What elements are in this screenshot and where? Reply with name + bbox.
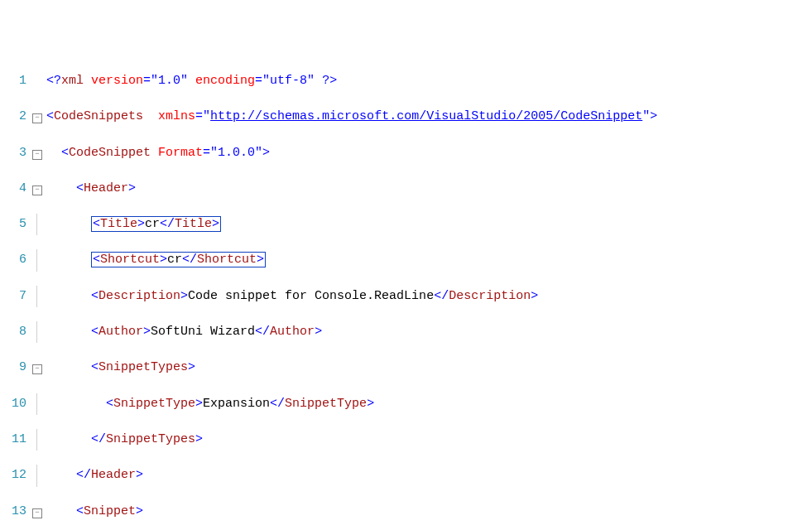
code-line[interactable]: </SnippetTypes> (46, 429, 812, 450)
code-line[interactable]: <Snippet> (46, 501, 812, 523)
line-number: 13 (0, 501, 26, 523)
code-line[interactable]: <Title>cr</Title> (46, 214, 812, 235)
code-editor: 1 2 3 4 5 6 7 8 9 10 11 12 13 14 15 16 1… (0, 56, 812, 530)
line-number: 10 (0, 393, 26, 415)
fold-toggle-icon[interactable]: − (32, 150, 42, 160)
line-number: 8 (0, 321, 26, 343)
line-number: 4 (0, 178, 26, 200)
code-line[interactable]: <Author>SoftUni Wizard</Author> (46, 321, 812, 343)
code-line[interactable]: <Header> (46, 178, 812, 200)
code-line[interactable]: <SnippetTypes> (46, 357, 812, 378)
code-line[interactable]: <CodeSnippets xmlns="http://schemas.micr… (46, 106, 812, 128)
code-line[interactable]: </Header> (46, 465, 812, 486)
code-content[interactable]: <?xml version="1.0" encoding="utf-8" ?> … (43, 56, 812, 530)
line-number: 2 (0, 106, 26, 128)
line-number: 12 (0, 465, 26, 486)
fold-toggle-icon[interactable]: − (32, 113, 42, 123)
code-line[interactable]: <SnippetType>Expansion</SnippetType> (46, 393, 812, 415)
line-number-gutter: 1 2 3 4 5 6 7 8 9 10 11 12 13 14 15 16 1… (0, 56, 31, 530)
line-number: 3 (0, 142, 26, 164)
line-number: 11 (0, 429, 26, 450)
line-number: 6 (0, 249, 26, 271)
fold-toggle-icon[interactable]: − (32, 508, 42, 518)
highlight-box-shortcut: <Shortcut>cr</Shortcut> (91, 252, 266, 267)
line-number: 7 (0, 286, 26, 307)
line-number: 1 (0, 70, 26, 92)
highlight-box-title: <Title>cr</Title> (91, 216, 221, 232)
line-number: 9 (0, 357, 26, 378)
code-line[interactable]: <Shortcut>cr</Shortcut> (46, 249, 812, 271)
code-line[interactable]: <CodeSnippet Format="1.0.0"> (46, 142, 812, 164)
fold-gutter: − − − − − − − − (31, 56, 43, 530)
line-number: 5 (0, 214, 26, 235)
fold-toggle-icon[interactable]: − (32, 364, 42, 374)
xmlns-link[interactable]: http://schemas.microsoft.com/VisualStudi… (210, 109, 642, 123)
code-line[interactable]: <?xml version="1.0" encoding="utf-8" ?> (46, 70, 812, 92)
code-line[interactable]: <Description>Code snippet for Console.Re… (46, 286, 812, 307)
fold-toggle-icon[interactable]: − (32, 186, 42, 195)
